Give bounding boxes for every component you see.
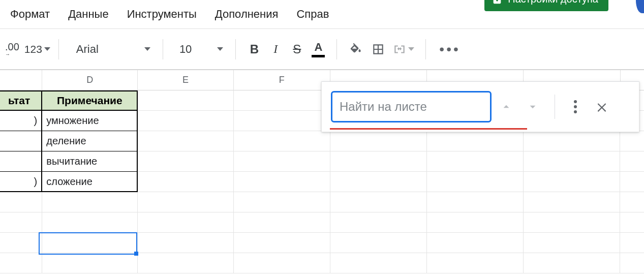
cell[interactable] xyxy=(524,172,620,192)
font-family-dropdown[interactable]: Arial xyxy=(72,39,155,59)
cell[interactable] xyxy=(42,212,138,233)
merge-cells-button[interactable] xyxy=(390,39,417,59)
strikethrough-button[interactable]: S xyxy=(287,39,307,59)
cell[interactable] xyxy=(524,131,620,151)
text-color-button[interactable]: A xyxy=(308,39,328,59)
cell[interactable] xyxy=(234,172,330,192)
menu-addons[interactable]: Дополнения xyxy=(209,6,285,23)
cell[interactable] xyxy=(138,172,233,192)
cell[interactable]: сложение xyxy=(42,172,138,192)
cell[interactable] xyxy=(42,233,138,253)
cell[interactable] xyxy=(524,151,620,172)
menu-bar: Формат Данные Инструменты Дополнения Спр… xyxy=(0,0,644,28)
cell[interactable] xyxy=(330,192,427,212)
caret-down-icon xyxy=(144,47,150,51)
cell[interactable] xyxy=(330,131,427,151)
cell[interactable] xyxy=(0,233,42,253)
cell[interactable] xyxy=(330,151,427,172)
cell[interactable]: ) xyxy=(0,111,42,131)
cell[interactable] xyxy=(0,192,42,212)
menu-help[interactable]: Справ xyxy=(290,6,335,23)
svg-point-0 xyxy=(574,100,577,103)
fill-color-button[interactable] xyxy=(345,39,366,59)
find-prev-button[interactable] xyxy=(495,95,518,118)
cell[interactable] xyxy=(138,233,233,253)
caret-down-icon xyxy=(44,47,50,51)
cell[interactable] xyxy=(234,111,330,131)
cell[interactable] xyxy=(620,212,644,233)
find-options-button[interactable] xyxy=(565,97,586,117)
cell[interactable] xyxy=(620,131,644,151)
cell[interactable] xyxy=(620,233,644,253)
cell[interactable] xyxy=(524,233,620,253)
cell[interactable] xyxy=(138,253,233,273)
menu-data[interactable]: Данные xyxy=(62,6,114,23)
cell[interactable]: ) xyxy=(0,172,42,192)
cell[interactable] xyxy=(427,192,524,212)
cell[interactable] xyxy=(138,111,233,131)
cell[interactable] xyxy=(0,212,42,233)
cell[interactable] xyxy=(427,172,524,192)
cell[interactable] xyxy=(234,151,330,172)
cell[interactable] xyxy=(42,253,138,273)
more-toolbar-button[interactable]: ••• xyxy=(434,39,465,59)
cell[interactable]: вычитание xyxy=(42,151,138,172)
cell[interactable] xyxy=(138,212,233,233)
cell[interactable] xyxy=(234,192,330,212)
cell[interactable] xyxy=(138,131,233,151)
cell[interactable] xyxy=(524,253,620,273)
find-input[interactable] xyxy=(331,91,492,122)
font-size-dropdown[interactable]: 10 xyxy=(175,39,227,59)
table-header-cell[interactable]: Примечание xyxy=(42,90,138,111)
svg-point-2 xyxy=(574,110,577,113)
cell[interactable] xyxy=(427,253,524,273)
cell[interactable] xyxy=(0,253,42,273)
cell[interactable]: деление xyxy=(42,131,138,151)
cell[interactable] xyxy=(620,192,644,212)
cell[interactable] xyxy=(138,192,233,212)
cell[interactable] xyxy=(0,151,42,172)
menu-tools[interactable]: Инструменты xyxy=(121,6,203,23)
caret-down-icon xyxy=(217,47,223,51)
cell[interactable] xyxy=(620,151,644,172)
cell[interactable] xyxy=(524,192,620,212)
cell[interactable] xyxy=(234,212,330,233)
cell[interactable] xyxy=(42,192,138,212)
cell[interactable] xyxy=(234,90,330,111)
cell[interactable] xyxy=(620,253,644,273)
cell[interactable] xyxy=(427,131,524,151)
cell[interactable] xyxy=(427,151,524,172)
column-header-d[interactable]: D xyxy=(42,70,138,90)
find-close-button[interactable] xyxy=(592,97,612,117)
cell[interactable] xyxy=(620,172,644,192)
toolbar: .00 → 123 Arial 10 B I S A ••• xyxy=(0,28,644,69)
column-header[interactable] xyxy=(0,70,42,90)
italic-button[interactable]: I xyxy=(265,39,286,59)
avatar[interactable] xyxy=(636,0,644,13)
menu-format[interactable]: Формат xyxy=(4,6,56,23)
cell[interactable] xyxy=(138,151,233,172)
cell[interactable] xyxy=(234,233,330,253)
share-button[interactable]: Настройки доступа xyxy=(484,0,608,11)
cell[interactable] xyxy=(427,212,524,233)
cell[interactable] xyxy=(330,172,427,192)
cell[interactable] xyxy=(427,233,524,253)
number-format-dropdown[interactable]: 123 xyxy=(24,39,50,59)
borders-button[interactable] xyxy=(367,39,389,59)
column-header-f[interactable]: F xyxy=(234,70,330,90)
table-header-cell[interactable]: ьтат xyxy=(0,90,42,111)
cell[interactable] xyxy=(330,233,427,253)
cell[interactable] xyxy=(138,90,233,111)
find-next-button[interactable] xyxy=(521,95,544,118)
cell[interactable] xyxy=(330,253,427,273)
decrease-decimal-button[interactable]: .00 → xyxy=(5,39,19,59)
bold-button[interactable]: B xyxy=(244,39,264,59)
cell[interactable] xyxy=(0,131,42,151)
column-header-e[interactable]: E xyxy=(138,70,233,90)
cell[interactable] xyxy=(330,212,427,233)
cell[interactable] xyxy=(234,131,330,151)
cell[interactable] xyxy=(524,212,620,233)
cell[interactable] xyxy=(234,253,330,273)
cell[interactable]: умножение xyxy=(42,111,138,131)
caret-down-icon xyxy=(408,47,414,51)
